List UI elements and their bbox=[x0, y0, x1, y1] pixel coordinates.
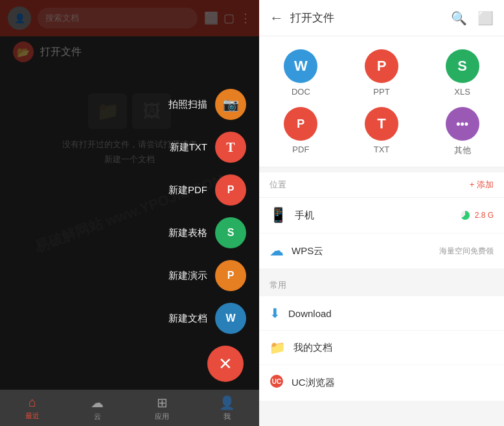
common-item-ucbrowser[interactable]: UC UC浏览器 bbox=[259, 365, 504, 401]
doc-icon: W bbox=[284, 49, 317, 83]
mydocs-name: 我的文档 bbox=[293, 342, 332, 354]
common-header: 常用 bbox=[259, 274, 504, 296]
nav-label-me: 我 bbox=[223, 412, 231, 421]
nav-label-recent: 最近 bbox=[25, 411, 40, 421]
doc-icon: W bbox=[225, 313, 235, 324]
pdf-label: PDF bbox=[292, 145, 309, 154]
me-icon: 👤 bbox=[219, 395, 235, 410]
storage-bar bbox=[461, 211, 470, 220]
file-type-ppt[interactable]: P PPT bbox=[347, 49, 417, 97]
fab-label-ppt: 新建演示 bbox=[168, 270, 207, 282]
right-panel: ← 打开文件 🔍 ⬜ W DOC P PPT S XLS bbox=[259, 0, 504, 426]
xls-icon: S bbox=[446, 49, 479, 83]
right-panel-title: 打开文件 bbox=[290, 10, 444, 25]
phone-icon: 📱 bbox=[269, 207, 287, 224]
fab-item-scan[interactable]: 拍照扫描 📷 bbox=[168, 89, 246, 120]
file-type-doc[interactable]: W DOC bbox=[266, 49, 336, 97]
fab-label-table: 新建表格 bbox=[168, 227, 207, 239]
fab-circle-scan[interactable]: 📷 bbox=[215, 89, 246, 120]
file-type-grid: W DOC P PPT S XLS P PDF T bbox=[259, 36, 504, 167]
nav-item-apps[interactable]: ⊞ 应用 bbox=[130, 395, 194, 421]
ppt-type-icon: P bbox=[365, 49, 398, 83]
xls-label: XLS bbox=[454, 87, 470, 97]
location-title: 位置 bbox=[269, 179, 286, 191]
fab-circle-txt[interactable]: T bbox=[215, 132, 246, 163]
txt-label: TXT bbox=[374, 145, 390, 154]
fab-item-doc[interactable]: 新建文档 W bbox=[168, 303, 246, 334]
cloud-location-icon: ☁ bbox=[269, 243, 284, 259]
search-icon[interactable]: 🔍 bbox=[451, 10, 467, 26]
back-button[interactable]: ← bbox=[269, 10, 284, 27]
ppt-icon: P bbox=[227, 270, 235, 281]
nav-item-me[interactable]: 👤 我 bbox=[194, 395, 259, 421]
file-type-xls[interactable]: S XLS bbox=[427, 49, 498, 97]
left-panel: 👤 搜索文档 ⬜ ▢ ⋮ 📂 打开文件 📁 🖼 没有打开过的文件，请尝试打开或者… bbox=[0, 0, 259, 426]
nav-label-apps: 应用 bbox=[155, 412, 169, 421]
fab-menu: 拍照扫描 📷 新建TXT T 新建PDF P 新建表格 S bbox=[168, 89, 246, 387]
right-topbar: ← 打开文件 🔍 ⬜ bbox=[259, 0, 504, 36]
folder-icon: 📁 bbox=[269, 340, 286, 355]
close-icon: ✕ bbox=[218, 354, 233, 374]
fab-close-button[interactable]: ✕ bbox=[207, 346, 244, 382]
pdf-icon: P bbox=[227, 184, 235, 196]
download-name: Download bbox=[288, 308, 332, 319]
pdf-type-icon: P bbox=[284, 107, 317, 141]
common-item-mydocs[interactable]: 📁 我的文档 bbox=[259, 331, 504, 365]
cloud-icon: ☁ bbox=[91, 395, 104, 410]
fab-label-doc: 新建文档 bbox=[168, 313, 207, 325]
nav-item-recent[interactable]: ⌂ 最近 bbox=[0, 395, 65, 421]
fab-label-txt: 新建TXT bbox=[170, 141, 207, 154]
fab-label-pdf: 新建PDF bbox=[168, 184, 207, 196]
location-header: 位置 + 添加 bbox=[259, 172, 504, 198]
recent-icon: ⌂ bbox=[29, 395, 36, 410]
file-type-other[interactable]: ••• 其他 bbox=[427, 107, 498, 156]
svg-text:UC: UC bbox=[272, 378, 281, 385]
doc-label: DOC bbox=[292, 87, 310, 97]
fab-circle-pdf[interactable]: P bbox=[215, 174, 246, 206]
location-phone[interactable]: 📱 手机 2.8 G bbox=[259, 198, 504, 233]
txt-type-icon: T bbox=[365, 107, 398, 141]
phone-location-name: 手机 bbox=[295, 209, 461, 222]
location-section: 位置 + 添加 📱 手机 2.8 G ☁ WPS云 海量空间免费领 bbox=[259, 172, 504, 269]
add-location-button[interactable]: + 添加 bbox=[470, 179, 494, 191]
file-type-pdf[interactable]: P PDF bbox=[266, 107, 336, 156]
nav-label-cloud: 云 bbox=[94, 412, 101, 421]
download-icon: ⬇ bbox=[269, 305, 281, 321]
fab-item-pdf[interactable]: 新建PDF P bbox=[168, 174, 246, 206]
fab-circle-ppt[interactable]: P bbox=[215, 260, 246, 291]
txt-icon: T bbox=[226, 140, 235, 155]
fullscreen-icon[interactable]: ⬜ bbox=[477, 10, 494, 26]
nav-item-cloud[interactable]: ☁ 云 bbox=[65, 395, 130, 421]
cloud-location-name: WPS云 bbox=[292, 245, 439, 257]
location-cloud[interactable]: ☁ WPS云 海量空间免费领 bbox=[259, 233, 504, 269]
common-section: 常用 ⬇ Download 📁 我的文档 UC UC浏览器 bbox=[259, 274, 504, 401]
right-icons: 🔍 ⬜ bbox=[451, 10, 494, 26]
ucbrowser-name: UC浏览器 bbox=[292, 377, 335, 389]
other-icon: ••• bbox=[446, 107, 479, 141]
table-icon: S bbox=[227, 227, 235, 239]
phone-storage-info: 2.8 G bbox=[461, 211, 494, 220]
uc-icon: UC bbox=[269, 374, 284, 392]
phone-storage-value: 2.8 G bbox=[475, 211, 494, 220]
fab-item-table[interactable]: 新建表格 S bbox=[168, 217, 246, 248]
common-item-download[interactable]: ⬇ Download bbox=[259, 296, 504, 331]
fab-item-ppt[interactable]: 新建演示 P bbox=[168, 260, 246, 291]
fab-circle-doc[interactable]: W bbox=[215, 303, 246, 334]
left-bottomnav: ⌂ 最近 ☁ 云 ⊞ 应用 👤 我 bbox=[0, 390, 259, 426]
fab-label-scan: 拍照扫描 bbox=[168, 99, 207, 111]
other-label: 其他 bbox=[454, 145, 471, 156]
cloud-location-info: 海量空间免费领 bbox=[439, 246, 494, 257]
camera-icon: 📷 bbox=[223, 97, 239, 112]
ppt-label: PPT bbox=[373, 87, 389, 97]
apps-icon: ⊞ bbox=[157, 395, 168, 410]
fab-item-txt[interactable]: 新建TXT T bbox=[170, 132, 246, 163]
fab-circle-table[interactable]: S bbox=[215, 217, 246, 248]
file-type-txt[interactable]: T TXT bbox=[347, 107, 417, 156]
